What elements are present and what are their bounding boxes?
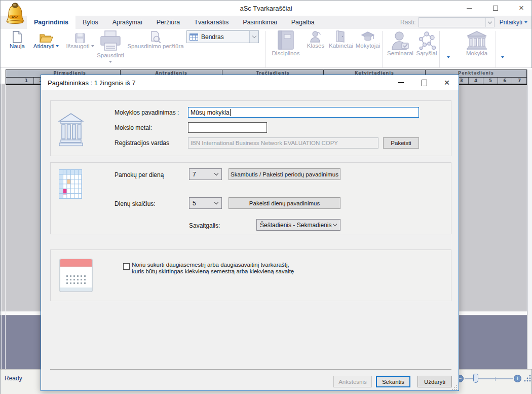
apply-label: Pritaikyti <box>500 19 522 26</box>
printer-icon <box>96 29 125 52</box>
open-folder-icon <box>29 30 63 43</box>
next-button[interactable]: Sekantis <box>376 376 410 387</box>
maximize-icon <box>493 6 498 11</box>
resize-grip[interactable] <box>523 374 531 384</box>
corner-cell <box>6 70 19 77</box>
network-icon <box>414 29 439 50</box>
change-registration-button[interactable]: Pakeisti <box>383 137 419 149</box>
period-header: 7 <box>512 78 526 84</box>
find-dropdown-button[interactable] <box>485 18 494 27</box>
gallery-expand-button[interactable] <box>447 58 450 67</box>
app-logo-bell-icon[interactable]: aSc <box>5 2 26 28</box>
zoom-slider-thumb[interactable] <box>473 374 478 383</box>
tab-tvarkarastis[interactable]: Tvarkaraštis <box>187 16 236 29</box>
dialog-minimize-button[interactable] <box>392 75 410 90</box>
dialog-titlebar[interactable]: Pagalbininkas : 1 žingsnis iš 7 × <box>41 75 459 90</box>
chevron-down-icon <box>447 56 450 67</box>
view-combo[interactable]: Bendras <box>186 30 259 43</box>
bells-rename-periods-button[interactable]: Skambutis / Pakeisti periodų pavadinimus <box>229 168 340 180</box>
multiweek-checkbox-label[interactable]: Noriu sukurti daugiasemestrį arba daugia… <box>132 262 294 275</box>
ribbon-separator <box>496 31 496 67</box>
relations-button: Sąryšiai <box>414 29 439 56</box>
tab-bylos[interactable]: Bylos <box>75 16 105 29</box>
chevron-down-icon <box>214 171 218 175</box>
period-header: 4 <box>468 78 483 84</box>
chevron-down-icon <box>91 45 94 47</box>
print-preview-icon <box>126 30 185 43</box>
dialog-maximize-button[interactable] <box>415 75 433 90</box>
close-dialog-button[interactable]: Uždaryti <box>417 376 452 387</box>
registration-value: IBN International Business Network EVALU… <box>191 140 338 146</box>
classes-label: Klasės <box>305 43 327 49</box>
tab-pagalba[interactable]: Pagalba <box>284 16 322 29</box>
school-label: Mokykla <box>459 50 495 56</box>
tab-pagrindinis[interactable]: Pagrindinis <box>27 16 75 29</box>
maximize-button[interactable] <box>485 1 506 16</box>
find-input[interactable] <box>419 17 495 27</box>
dialog-footer-separator <box>50 369 451 370</box>
view-combo-dropdown-button[interactable] <box>249 31 258 43</box>
door-icon <box>328 30 354 43</box>
chevron-down-icon <box>501 56 504 67</box>
school-year-input[interactable] <box>188 122 267 133</box>
apply-button[interactable]: Pritaikyti <box>500 19 527 26</box>
svg-text:aSc: aSc <box>12 15 18 19</box>
multiweek-line2: kuris būtų skirtingas kiekvieną semestrą… <box>132 268 294 275</box>
bank-icon <box>58 113 84 149</box>
tab-perziura[interactable]: Peržiūra <box>149 16 187 29</box>
minimize-button[interactable] <box>459 1 479 16</box>
subjects-label: Disciplinos <box>268 50 303 56</box>
left-edge-line <box>5 69 6 369</box>
dialog-close-button[interactable]: × <box>438 75 456 90</box>
multiweek-line1: Noriu sukurti daugiasemestrį arba daugia… <box>132 262 294 268</box>
period-header: 1 <box>19 78 33 84</box>
registration-label: Registracijos vardas <box>115 139 169 147</box>
new-document-icon <box>6 30 29 43</box>
table-grid-icon <box>189 33 198 41</box>
zoom-slider-track[interactable] <box>465 378 513 379</box>
periods-per-day-combo[interactable]: 7 <box>189 168 222 180</box>
tabs: Pagrindinis Bylos Aprašymai Peržiūra Tva… <box>1 16 322 29</box>
find-group: Rasti: Pritaikyti <box>400 16 531 29</box>
weekend-combo[interactable]: Šeštadienis - Sekmadienis <box>256 219 340 231</box>
vertical-scrollbar[interactable] <box>527 69 532 369</box>
person-icon <box>305 30 327 43</box>
zoom-in-button[interactable]: + <box>514 375 521 382</box>
view-combo-value: Bendras <box>201 33 224 41</box>
new-button[interactable]: Nauja <box>6 30 29 49</box>
days-count-combo[interactable]: 5 <box>189 197 222 209</box>
open-button[interactable]: Atidaryti <box>29 30 63 49</box>
school-button: Mokykla <box>459 29 495 56</box>
tab-aprasymai[interactable]: Aprašymai <box>105 16 149 29</box>
corner-cell <box>6 78 19 84</box>
days-count-value: 5 <box>193 200 196 207</box>
dialog-title: Pagalbininkas : 1 žingsnis iš 7 <box>48 79 135 87</box>
chevron-down-icon <box>333 222 337 226</box>
maximize-icon <box>422 80 427 86</box>
multiweek-checkbox[interactable] <box>123 263 130 270</box>
status-ready-label: Ready <box>5 375 22 382</box>
app-title: aSc Tvarkaraščiai <box>1 5 531 12</box>
rename-days-button[interactable]: Pakeisti dienų pavadinimus <box>229 197 340 209</box>
minimize-icon <box>467 8 472 9</box>
school-year-label: Mokslo metai: <box>115 124 152 131</box>
titlebar: aSc Tvarkaraščiai × <box>1 1 531 16</box>
period-header: 6 <box>498 78 512 84</box>
gallery-expand-button[interactable] <box>501 58 504 67</box>
school-name-input[interactable]: Mūsų mokykla <box>188 107 419 118</box>
close-button[interactable]: × <box>511 1 531 16</box>
chevron-down-icon <box>524 21 527 23</box>
chevron-down-icon <box>252 34 256 38</box>
minimize-icon <box>398 82 404 83</box>
book-icon <box>268 29 303 50</box>
registration-input: IBN International Business Network EVALU… <box>188 137 378 149</box>
graduation-cap-icon <box>354 30 382 43</box>
ribbon-separator <box>439 31 440 67</box>
days-count-label: Dienų skaičius: <box>115 200 156 207</box>
person-check-icon <box>384 29 416 50</box>
find-label: Rasti: <box>400 19 416 26</box>
seminars-button: Seminarai <box>384 29 416 56</box>
school-name-value: Mūsų mokykla <box>191 109 230 116</box>
dialog-resize-grip[interactable] <box>451 383 458 392</box>
tab-pasirinkimai[interactable]: Pasirinkimai <box>236 16 284 29</box>
